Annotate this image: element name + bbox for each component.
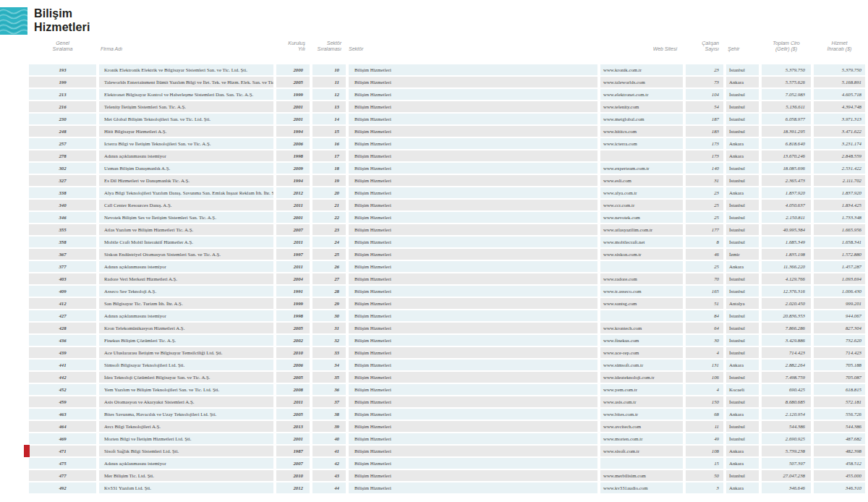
- cell-city: İstanbul: [726, 421, 759, 432]
- cell-city: İstanbul: [726, 335, 759, 346]
- cell-year: 1997: [276, 249, 310, 260]
- cell-website: www.merbilisim.com: [600, 470, 683, 481]
- cell-name: Avcı Bilgi Teknolojileri A.Ş.: [99, 421, 273, 432]
- cell-revenue: 40.995.384: [762, 224, 811, 235]
- cell-year: 2011: [276, 396, 310, 407]
- cell-employees: 51: [686, 298, 723, 309]
- cell-city: Antalya: [726, 298, 759, 309]
- cell-website: www.sisoft.com.tr: [600, 446, 683, 456]
- table-row: 230Met Global Bilişim Teknolojileri San.…: [29, 114, 865, 124]
- cell-year: 2002: [276, 335, 310, 346]
- cell-website: www.alya.com.tr: [600, 187, 683, 198]
- cell-website: www.kronik.com.tr: [600, 64, 683, 75]
- cell-city: Ankara: [726, 482, 759, 493]
- cell-exports: 5.379.750: [814, 64, 865, 75]
- cell-employees: 25: [686, 212, 723, 223]
- cell-sector_rank: 38: [312, 409, 346, 420]
- cell-city: İstanbul: [726, 396, 759, 407]
- cell-city: İstanbul: [726, 114, 759, 124]
- cell-city: Ankara: [726, 458, 759, 469]
- cell-website: www.kv331audio.com: [600, 482, 683, 493]
- cell-exports: 705.087: [814, 372, 865, 383]
- cell-employees: 183: [686, 126, 723, 137]
- table-header-row: Genel SıralamaFirma AdıKuruluş YılıSektö…: [29, 41, 865, 53]
- cell-sector_rank: 11: [312, 77, 346, 88]
- table-row: 248Hitit Bilgisayar Hizmetleri A.Ş.19941…: [29, 126, 865, 137]
- cell-city: Ankara: [726, 187, 759, 198]
- table-row: 442İdea Teknoloji Çözümleri Bilgisayar S…: [29, 372, 865, 383]
- column-header-sector_rank: Sektör Sıralaması: [312, 41, 346, 53]
- cell-sector_rank: 16: [312, 138, 346, 149]
- cell-sector: Bilişim Hizmetleri: [349, 372, 597, 383]
- cell-sector: Bilişim Hizmetleri: [349, 187, 597, 198]
- cell-city: İstanbul: [726, 470, 759, 481]
- cell-name: Morten Bilgi ve İletişim Hizmetleri Ltd.…: [99, 433, 273, 444]
- cell-city: İstanbul: [726, 273, 759, 284]
- table-row: 459Asis Otomasyon ve Akaryakıt Sistemler…: [29, 396, 865, 407]
- cell-sector_rank: 41: [312, 446, 346, 456]
- cell-city: İstanbul: [726, 310, 759, 321]
- cell-city: Ankara: [726, 409, 759, 420]
- cell-year: 1998: [276, 150, 310, 161]
- table-row: 213Elektronet Bilgisayar Kontrol ve Habe…: [29, 89, 865, 100]
- cell-revenue: 1.685.349: [762, 237, 811, 247]
- cell-revenue: 5.739.238: [762, 446, 811, 456]
- cell-sector_rank: 36: [312, 384, 346, 395]
- cell-sector_rank: 27: [312, 273, 346, 284]
- cell-rank: 199: [29, 77, 96, 88]
- cell-sector: Bilişim Hizmetleri: [349, 175, 597, 186]
- cell-name: Finekus Bilişim Çözümleri Tic. A.Ş.: [99, 335, 273, 346]
- cell-exports: 999.201: [814, 298, 865, 309]
- cell-city: Ankara: [726, 77, 759, 88]
- cell-website: www.elektronet.com.tr: [600, 89, 683, 100]
- cell-year: 2012: [276, 482, 310, 493]
- cell-exports: 1.658.341: [814, 237, 865, 247]
- cell-revenue: 2.020.450: [762, 298, 811, 309]
- cell-city: İstanbul: [726, 323, 759, 333]
- cell-employees: 8: [686, 237, 723, 247]
- cell-year: 2001: [276, 212, 310, 223]
- cell-city: İstanbul: [726, 89, 759, 100]
- cell-exports: 3.471.622: [814, 126, 865, 137]
- cell-revenue: 7.498.759: [762, 372, 811, 383]
- page-title-line1: Bilişim: [34, 7, 90, 21]
- cell-revenue: 5.379.750: [762, 64, 811, 75]
- cell-employees: 187: [686, 114, 723, 124]
- cell-website: www.santsg.com: [600, 298, 683, 309]
- cell-city: Ankara: [726, 446, 759, 456]
- cell-website: www.siskon.com.tr: [600, 249, 683, 260]
- column-header-name: Firma Adı: [99, 46, 273, 52]
- cell-website: www.morten.com.tr: [600, 433, 683, 444]
- cell-sector_rank: 30: [312, 310, 346, 321]
- cell-rank: 278: [29, 150, 96, 161]
- cell-employees: 4: [686, 384, 723, 395]
- cell-revenue: 2.365.473: [762, 175, 811, 186]
- cell-name: Siskon Endüstriyel Otomasyon Sistemleri …: [99, 249, 273, 260]
- cell-rank: 469: [29, 433, 96, 444]
- cell-city: İstanbul: [726, 163, 759, 174]
- cell-rank: 377: [29, 261, 96, 272]
- cell-sector: Bilişim Hizmetleri: [349, 77, 597, 88]
- cell-exports: 4.394.748: [814, 101, 865, 112]
- table-row: 409Asseco See Teknoloji A.Ş.199128Bilişi…: [29, 286, 865, 297]
- cell-rank: 257: [29, 138, 96, 149]
- cell-city: İstanbul: [726, 237, 759, 247]
- cell-website: www.ideateknoloji.com.tr: [600, 372, 683, 383]
- cell-exports: 455.000: [814, 470, 865, 481]
- cell-revenue: 5.575.626: [762, 77, 811, 88]
- cell-year: 1987: [276, 446, 310, 456]
- cell-rank: 463: [29, 409, 96, 420]
- cell-name: Hitit Bilgisayar Hizmetleri A.Ş.: [99, 126, 273, 137]
- cell-employees: 68: [686, 409, 723, 420]
- cell-year: 2013: [276, 421, 310, 432]
- cell-name: Asseco See Teknoloji A.Ş.: [99, 286, 273, 297]
- cell-sector: Bilişim Hizmetleri: [349, 409, 597, 420]
- cell-employees: 131: [686, 360, 723, 370]
- cell-rank: 327: [29, 175, 96, 186]
- cell-revenue: 18.085.696: [762, 163, 811, 174]
- cell-sector_rank: 40: [312, 433, 346, 444]
- cell-exports: 705.188: [814, 360, 865, 370]
- table-row: 469Morten Bilgi ve İletişim Hizmetleri L…: [29, 433, 865, 444]
- cell-year: 2005: [276, 409, 310, 420]
- cell-employees: 3: [686, 482, 723, 493]
